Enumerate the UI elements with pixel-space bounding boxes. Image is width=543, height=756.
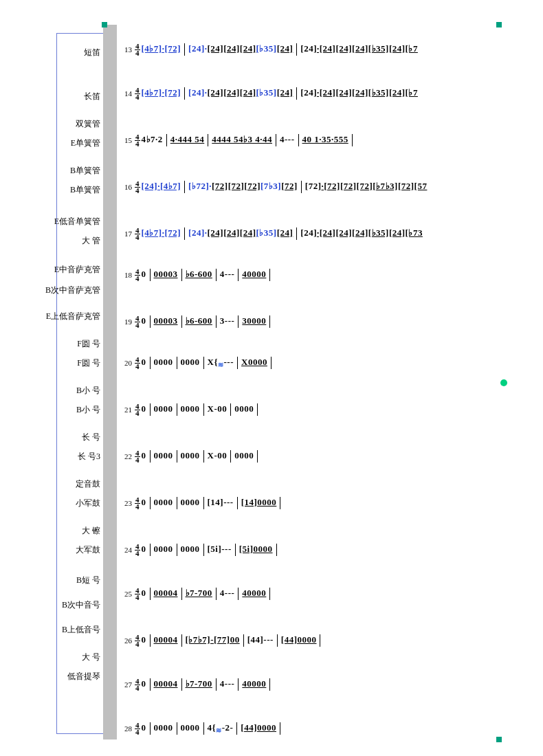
system-bracket xyxy=(103,25,117,740)
time-signature: 44 xyxy=(135,134,140,147)
music-fragment: [♭7♭3][72][57 xyxy=(373,181,427,191)
staff-system: 2244000000000X-000000 xyxy=(120,448,261,464)
music-fragment: 0000 xyxy=(154,544,173,554)
instrument-label: 短笛 xyxy=(84,47,100,58)
music-fragment: 4{ xyxy=(208,722,217,733)
music-fragment: [4♭7]·[72] xyxy=(142,227,181,238)
selection-handle[interactable] xyxy=(496,22,502,27)
music-fragment: [72][72][72] xyxy=(212,181,261,191)
barline xyxy=(181,634,182,647)
music-fragment: 0 xyxy=(142,403,146,414)
music-fragment: 4--- xyxy=(220,678,235,689)
music-fragment: 0000 xyxy=(181,722,200,733)
music-fragment: 4·444 54 xyxy=(170,134,205,144)
music-fragment: 4--- xyxy=(220,588,235,598)
barline xyxy=(230,450,231,463)
music-fragment: 0000 xyxy=(181,450,200,460)
music-fragment: [24]· xyxy=(188,43,207,54)
staff-system: 15444♭7·24·444 544444 54♭3 4·444---40 1·… xyxy=(120,132,356,148)
barline xyxy=(216,588,217,600)
music-fragment: 0 xyxy=(142,722,146,733)
time-signature: 44 xyxy=(135,87,140,100)
barline xyxy=(150,450,151,463)
instrument-label: 双簧管 xyxy=(76,118,100,130)
instrument-label: 低音提琴 xyxy=(67,671,100,682)
music-fragment: ≋ xyxy=(216,726,222,734)
music-fragment: 0 xyxy=(142,357,146,367)
music-fragment: 0000 xyxy=(234,403,254,414)
barline xyxy=(184,87,185,100)
system-number: 24 xyxy=(120,542,132,557)
music-fragment: 0000 xyxy=(234,450,254,460)
system-number: 20 xyxy=(120,355,132,370)
time-signature: 44 xyxy=(135,497,140,510)
instrument-label: 小军鼓 xyxy=(76,498,100,509)
barline xyxy=(269,588,270,600)
music-fragment: --- xyxy=(224,357,234,367)
instrument-label: B单簧管 xyxy=(70,184,100,196)
music-fragment: 30000 xyxy=(242,315,266,326)
music-fragment: [44]--- xyxy=(247,634,274,645)
music-fragment: 0000 xyxy=(181,544,200,554)
staff-system: 1844000003♭6-6004---40000 xyxy=(120,267,274,282)
music-fragment: 00004 xyxy=(154,634,178,645)
barline xyxy=(184,181,185,193)
barline xyxy=(184,227,185,240)
music-fragment: ·[24][24][24] xyxy=(317,43,368,54)
barline xyxy=(216,678,217,691)
system-number: 26 xyxy=(120,633,132,648)
barline xyxy=(296,227,297,240)
barline xyxy=(238,588,239,600)
barline xyxy=(177,497,177,509)
barline xyxy=(177,403,177,416)
barline xyxy=(216,315,217,328)
music-fragment: [24][24][24] xyxy=(208,43,256,54)
music-fragment: [14]--- xyxy=(208,497,234,507)
staff-system: 2744000004♭7-7004---40000 xyxy=(120,676,274,692)
music-fragment: [24]·[4♭7] xyxy=(142,181,181,191)
staff-system: 2544000004♭7-7004---40000 xyxy=(120,586,274,601)
music-fragment: ♭7-700 xyxy=(186,678,212,689)
barline xyxy=(238,678,239,691)
system-number: 17 xyxy=(120,226,132,241)
music-fragment: [24] xyxy=(300,87,317,98)
barline xyxy=(181,269,182,281)
staff-system: 1944000003♭6-6003---30000 xyxy=(120,313,274,329)
time-signature: 44 xyxy=(135,588,140,601)
time-signature: 44 xyxy=(135,722,140,735)
selection-handle[interactable] xyxy=(496,737,502,742)
time-signature: 44 xyxy=(135,634,140,647)
music-fragment: 0 xyxy=(142,634,146,645)
barline xyxy=(269,678,270,691)
instrument-label: 大 号 xyxy=(82,652,100,663)
selection-handle[interactable] xyxy=(500,379,507,386)
system-number: 14 xyxy=(120,86,132,101)
staff-system: 1444[4♭7]·[72][24]·[24][24][24][♭35][24]… xyxy=(120,85,418,101)
music-fragment: 40 1·35·555 xyxy=(302,134,348,144)
system-number: 18 xyxy=(120,267,132,282)
instrument-label: B单簧管 xyxy=(70,165,100,177)
music-fragment: X0000 xyxy=(241,357,267,367)
music-fragment: [72] xyxy=(281,181,298,191)
instrument-labels: 短笛长笛双簧管E单簧管B单簧管B单簧管E低音单簧管大 管E中音萨克管B次中音萨克… xyxy=(0,25,103,740)
music-fragment: [♭35] xyxy=(256,87,276,98)
music-fragment: 4♭7·2 xyxy=(142,134,163,144)
selection-handle[interactable] xyxy=(102,22,107,27)
instrument-label: 长 号 xyxy=(82,432,100,443)
system-number: 28 xyxy=(120,721,132,736)
barline xyxy=(238,315,239,328)
barline xyxy=(320,634,320,647)
time-signature: 44 xyxy=(135,450,140,463)
music-fragment: [72] xyxy=(305,181,322,191)
barline xyxy=(236,722,237,735)
barline xyxy=(230,403,231,416)
instrument-label: F圆 号 xyxy=(77,357,100,369)
music-fragment: ≋ xyxy=(218,361,224,368)
instrument-label: B短 号 xyxy=(76,575,100,586)
instrument-label: B小 号 xyxy=(76,404,100,416)
music-fragment: 3--- xyxy=(220,315,235,326)
music-fragment: 4--- xyxy=(220,269,235,279)
barline xyxy=(208,134,208,146)
music-fragment: 0000 xyxy=(154,403,173,414)
staff-system: 1744[4♭7]·[72][24]·[24][24][24][♭35][24]… xyxy=(120,225,423,241)
